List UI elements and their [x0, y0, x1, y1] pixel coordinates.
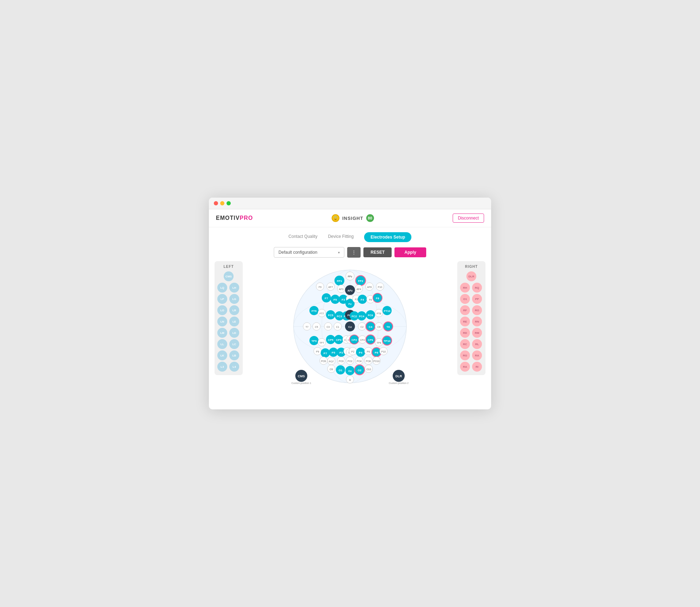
config-dropdown[interactable]: Default configuration ▾ — [274, 247, 344, 258]
node-c5[interactable]: C5 — [313, 323, 320, 330]
right-node-dlr[interactable]: DLR — [466, 271, 476, 281]
node-fc6[interactable]: FC6 — [366, 310, 375, 319]
node-tp10[interactable]: TP10 — [382, 336, 392, 345]
right-node-pp[interactable]: PP — [472, 294, 482, 304]
node-f5[interactable]: F5 — [331, 295, 340, 304]
node-f8[interactable]: F8 — [373, 293, 382, 302]
node-af8[interactable]: AF8 — [366, 283, 373, 290]
right-node-ra2[interactable]: RA — [460, 362, 470, 372]
left-node-lp[interactable]: LP — [217, 294, 227, 304]
node-ft10[interactable]: FT10 — [382, 306, 392, 315]
node-po4[interactable]: PO4 — [355, 357, 363, 365]
left-node-lr[interactable]: LR — [229, 305, 239, 315]
minimize-button[interactable] — [220, 201, 224, 205]
node-po7[interactable]: PO7 — [327, 357, 335, 365]
node-af4[interactable]: AF4 — [355, 285, 363, 293]
node-cp4[interactable]: CP4 — [358, 336, 366, 343]
node-cp3[interactable]: CP3 — [334, 335, 343, 344]
custom-pos-cms[interactable]: CMS Custom position 1 — [291, 370, 311, 385]
node-fc5[interactable]: FC5 — [326, 310, 335, 319]
node-af3[interactable]: AF3 — [337, 285, 345, 293]
node-c3[interactable]: C3 — [324, 323, 332, 330]
node-af7[interactable]: AF7 — [327, 283, 334, 290]
right-node-rh[interactable]: RH — [460, 283, 470, 293]
node-ft9[interactable]: FT9 — [309, 306, 319, 315]
node-p9[interactable]: P9 — [314, 347, 321, 355]
node-p10[interactable]: P10 — [380, 347, 387, 355]
node-afz[interactable]: AFz — [345, 285, 355, 295]
node-c2[interactable]: C2 — [358, 323, 366, 330]
node-o10[interactable]: O10 — [365, 365, 373, 373]
node-f10[interactable]: F10 — [376, 283, 384, 290]
node-f4[interactable]: F4 — [358, 295, 367, 304]
left-node-le[interactable]: LE — [229, 317, 239, 326]
node-po9[interactable]: PO9 — [320, 357, 327, 365]
custom-pos-dlr[interactable]: DLR Custom position 2 — [389, 370, 409, 385]
right-node-ro[interactable]: RO — [472, 305, 482, 315]
left-node-lh[interactable]: LH — [229, 283, 239, 293]
node-po10[interactable]: PO10 — [373, 357, 380, 365]
left-node-lg[interactable]: LG — [229, 294, 239, 304]
node-fc4[interactable]: FC4 — [357, 311, 366, 320]
node-c1[interactable]: C1 — [334, 323, 342, 330]
left-node-lm[interactable]: LM — [217, 328, 227, 338]
left-node-cms[interactable]: CMS — [224, 271, 234, 281]
right-node-rc[interactable]: RC — [460, 339, 470, 349]
maximize-button[interactable] — [227, 201, 231, 205]
node-fp1[interactable]: FP1 — [334, 276, 344, 286]
node-t8[interactable]: T8 — [384, 322, 393, 331]
node-oz[interactable]: Oz — [345, 366, 355, 375]
right-node-rg[interactable]: RG — [460, 350, 470, 360]
left-node-l4[interactable]: L4 — [229, 362, 239, 372]
node-po3[interactable]: PO3 — [337, 357, 345, 365]
node-p7[interactable]: P7 — [321, 348, 330, 357]
node-cz[interactable]: Cz — [345, 321, 355, 331]
node-p4[interactable]: P4 — [356, 348, 365, 357]
tab-device-fitting[interactable]: Device Fitting — [328, 234, 354, 240]
left-node-l3[interactable]: L3 — [217, 362, 227, 372]
node-fpz[interactable]: FPz — [346, 272, 354, 280]
node-f9[interactable]: F9 — [316, 283, 324, 290]
menu-button[interactable]: ⋮ — [347, 247, 361, 258]
node-iz[interactable]: Iz — [346, 375, 354, 383]
right-node-rl[interactable]: RL — [472, 339, 482, 349]
node-tp9[interactable]: TP9 — [309, 336, 319, 345]
left-node-lq[interactable]: LQ — [217, 283, 227, 293]
tab-contact-quality[interactable]: Contact Quality — [289, 234, 318, 240]
reset-button[interactable]: RESET — [363, 247, 392, 257]
right-node-o1[interactable]: O1 — [460, 294, 470, 304]
node-o9[interactable]: O9 — [327, 365, 335, 373]
left-node-ld[interactable]: LD — [229, 328, 239, 338]
right-node-rd[interactable]: RD — [460, 328, 470, 338]
left-node-lk[interactable]: LK — [217, 350, 227, 360]
node-po8[interactable]: PO8 — [364, 357, 372, 365]
left-node-ll[interactable]: LL — [217, 339, 227, 349]
node-ft8[interactable]: FT8 — [375, 309, 383, 317]
left-node-lc[interactable]: LC — [229, 339, 239, 349]
right-node-ra1[interactable]: RA — [472, 350, 482, 360]
left-node-lo[interactable]: LO — [217, 305, 227, 315]
node-tp7[interactable]: TP7 — [318, 338, 326, 346]
node-cp2[interactable]: CP2 — [350, 335, 359, 344]
apply-button[interactable]: Apply — [394, 247, 426, 257]
right-node-rq[interactable]: RQ — [472, 283, 482, 293]
node-fp2[interactable]: FP2 — [356, 276, 366, 286]
right-node-rf[interactable]: RF — [460, 305, 470, 315]
node-o2[interactable]: O2 — [355, 365, 364, 375]
right-node-rm[interactable]: RM — [472, 328, 482, 338]
node-p6[interactable]: P6 — [364, 347, 372, 355]
node-cp5[interactable]: CP5 — [326, 335, 335, 344]
node-ft7[interactable]: FT7 — [318, 309, 326, 317]
right-node-rn[interactable]: RN — [472, 317, 482, 326]
node-t7[interactable]: T7 — [303, 323, 311, 330]
close-button[interactable] — [214, 201, 218, 205]
tab-electrodes-setup[interactable]: Electrodes Setup — [364, 232, 411, 242]
node-o1[interactable]: O1 — [336, 365, 345, 374]
node-po2[interactable]: PO2 — [346, 357, 354, 365]
disconnect-button[interactable]: Disconnect — [453, 214, 484, 223]
node-cp6[interactable]: CP6 — [366, 335, 375, 344]
node-f7[interactable]: F7 — [322, 293, 331, 302]
right-node-ri[interactable]: RI — [472, 362, 482, 372]
node-c6[interactable]: C6 — [375, 323, 383, 330]
node-tp8[interactable]: TP8 — [375, 338, 383, 346]
